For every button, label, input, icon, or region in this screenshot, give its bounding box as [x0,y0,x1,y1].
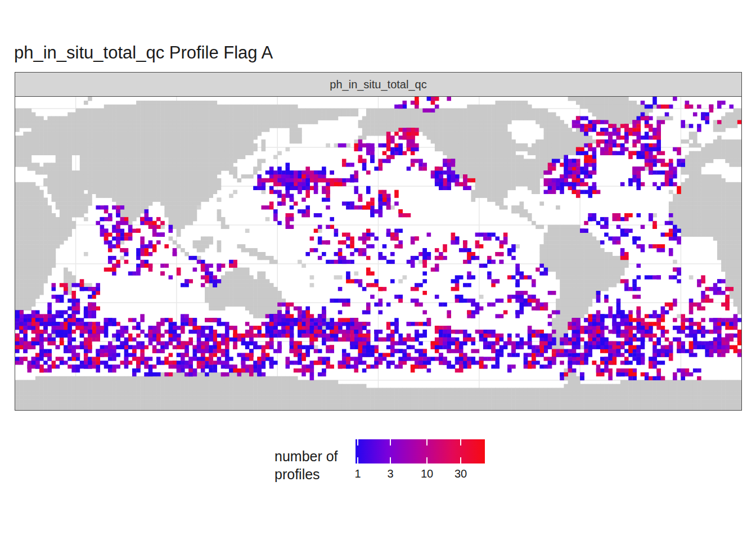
legend-tick-mark [357,457,358,464]
legend-title: number of profiles [274,447,338,483]
legend-title-line2: profiles [274,465,338,483]
facet-strip-label: ph_in_situ_total_qc [330,78,426,91]
legend-tick-mark [426,439,428,446]
map-panel [15,96,742,411]
legend-tick-mark [390,439,391,446]
legend-tick-label: 3 [387,467,393,480]
legend-tick-mark [426,457,428,464]
world-map-canvas [15,97,741,410]
legend-tick-mark [390,457,391,464]
colorbar-legend: number of profiles 1 3 10 30 [0,436,756,503]
figure: ph_in_situ_total_qc Profile Flag A ph_in… [0,0,756,540]
legend-tick-label: 1 [354,467,361,480]
legend-tick-mark [460,439,461,446]
legend-tick-label: 10 [421,467,433,480]
legend-tick-mark [357,439,358,446]
legend-gradient-bar [356,439,485,464]
plot-title: ph_in_situ_total_qc Profile Flag A [14,43,273,63]
facet-strip: ph_in_situ_total_qc [15,72,742,97]
legend-tick-label: 30 [454,467,467,480]
legend-title-line1: number of [274,447,338,465]
legend-tick-mark [460,457,461,464]
